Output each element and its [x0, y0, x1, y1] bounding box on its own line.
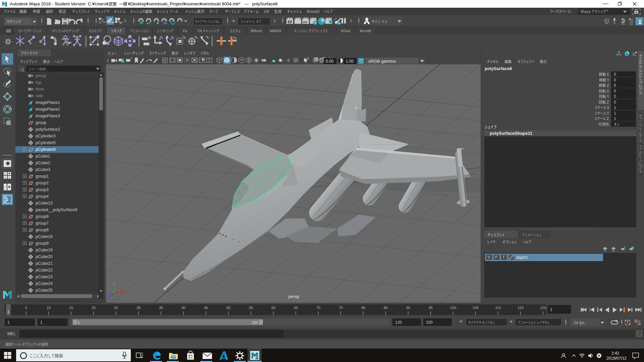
svg-text:+: +: [4, 176, 6, 179]
svg-text:1: 1: [7, 310, 9, 314]
svg-text:60: 60: [271, 306, 275, 310]
svg-text:115: 115: [518, 306, 524, 310]
svg-text:25: 25: [114, 306, 118, 310]
svg-text:0.00: 0.00: [326, 59, 334, 64]
svg-text:+: +: [4, 172, 6, 175]
svg-text:45: 45: [204, 306, 208, 310]
svg-text:110: 110: [495, 306, 501, 310]
svg-text:10: 10: [47, 306, 51, 310]
svg-text:sRGB gamma: sRGB gamma: [368, 59, 396, 64]
svg-text:T: T: [208, 58, 210, 62]
svg-text:1.00: 1.00: [346, 59, 354, 64]
svg-text:95: 95: [429, 306, 433, 310]
svg-text:40: 40: [181, 306, 185, 310]
svg-text:105: 105: [473, 306, 479, 310]
svg-text:75: 75: [339, 306, 343, 310]
svg-text:80: 80: [361, 306, 365, 310]
svg-text:65: 65: [294, 306, 298, 310]
svg-text:IPR: IPR: [303, 21, 308, 24]
svg-text:5: 5: [25, 306, 27, 310]
svg-text:persp: persp: [288, 294, 300, 299]
svg-text:85: 85: [384, 306, 388, 310]
svg-text:100: 100: [450, 306, 456, 310]
svg-text:15: 15: [69, 306, 73, 310]
svg-text:X: X: [120, 290, 123, 294]
svg-text:120: 120: [540, 306, 546, 310]
svg-text:+: +: [4, 186, 6, 189]
svg-text:30: 30: [137, 306, 141, 310]
svg-text:70: 70: [316, 306, 320, 310]
svg-text:Z: Z: [109, 294, 111, 298]
svg-text:50: 50: [226, 306, 230, 310]
svg-text:+: +: [8, 176, 10, 179]
svg-text:Y: Y: [113, 282, 116, 286]
svg-text:55: 55: [249, 306, 253, 310]
svg-text:90: 90: [406, 306, 410, 310]
svg-text:ON: ON: [360, 60, 362, 62]
svg-text:35: 35: [159, 306, 163, 310]
svg-text:20: 20: [92, 306, 96, 310]
